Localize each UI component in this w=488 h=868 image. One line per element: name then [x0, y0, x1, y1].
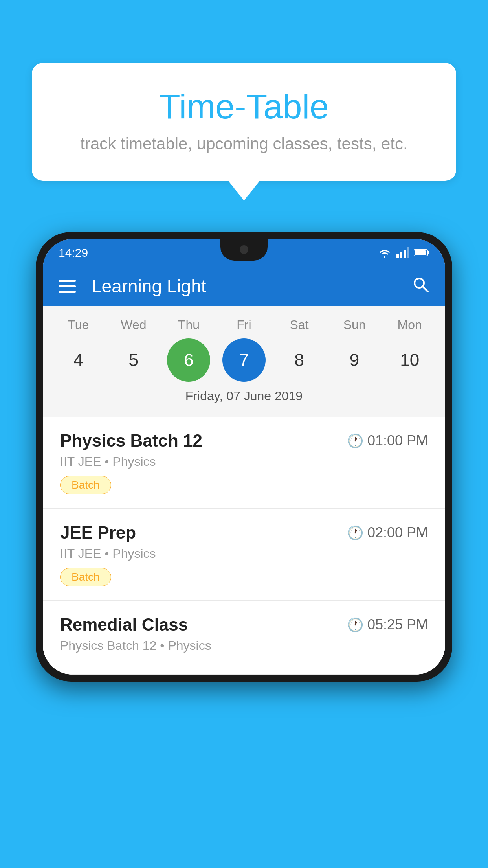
day-6-today[interactable]: 6: [167, 338, 210, 382]
wifi-icon: [378, 247, 392, 258]
class-row-top-3: Remedial Class 🕐 05:25 PM: [60, 615, 428, 634]
day-8[interactable]: 8: [278, 338, 321, 382]
class-row-top-2: JEE Prep 🕐 02:00 PM: [60, 523, 428, 542]
class-time-value-1: 01:00 PM: [367, 432, 428, 449]
class-item-physics-batch-12[interactable]: Physics Batch 12 🕐 01:00 PM IIT JEE • Ph…: [43, 417, 445, 509]
svg-rect-6: [415, 250, 426, 255]
class-time-1: 🕐 01:00 PM: [347, 432, 428, 449]
class-name-1: Physics Batch 12: [60, 431, 202, 451]
speech-bubble: Time-Table track timetable, upcoming cla…: [32, 63, 456, 181]
class-item-jee-prep[interactable]: JEE Prep 🕐 02:00 PM IIT JEE • Physics Ba…: [43, 509, 445, 601]
speech-bubble-title: Time-Table: [63, 86, 425, 127]
status-time: 14:29: [59, 246, 88, 259]
app-title: Learning Light: [92, 276, 411, 297]
class-meta-1: IIT JEE • Physics: [60, 454, 428, 469]
calendar-strip: Tue Wed Thu Fri Sat Sun Mon 4 5 6 7 8 9 …: [43, 306, 445, 417]
status-bar: 14:29: [43, 239, 445, 267]
svg-line-8: [423, 287, 428, 292]
svg-rect-2: [404, 250, 406, 258]
day-header-sun: Sun: [333, 318, 376, 332]
day-headers: Tue Wed Thu Fri Sat Sun Mon: [43, 318, 445, 332]
notch: [220, 239, 268, 261]
class-time-3: 🕐 05:25 PM: [347, 616, 428, 633]
class-name-3: Remedial Class: [60, 615, 188, 634]
day-4[interactable]: 4: [57, 338, 100, 382]
day-numbers: 4 5 6 7 8 9 10: [43, 338, 445, 382]
day-header-sat: Sat: [278, 318, 321, 332]
day-header-mon: Mon: [388, 318, 431, 332]
status-icons: [378, 247, 429, 258]
class-time-2: 🕐 02:00 PM: [347, 524, 428, 541]
day-9[interactable]: 9: [333, 338, 376, 382]
signal-icon: [396, 247, 409, 258]
class-name-2: JEE Prep: [60, 523, 136, 542]
clock-icon-1: 🕐: [347, 433, 363, 449]
svg-rect-0: [396, 254, 399, 258]
day-header-tue: Tue: [57, 318, 100, 332]
battery-icon: [414, 248, 429, 257]
menu-button[interactable]: [59, 280, 76, 293]
svg-rect-3: [407, 247, 409, 258]
class-meta-3: Physics Batch 12 • Physics: [60, 638, 428, 653]
class-item-remedial[interactable]: Remedial Class 🕐 05:25 PM Physics Batch …: [43, 601, 445, 675]
day-header-wed: Wed: [112, 318, 155, 332]
speech-bubble-container: Time-Table track timetable, upcoming cla…: [32, 63, 456, 200]
phone-frame: 14:29: [36, 232, 452, 682]
class-time-value-3: 05:25 PM: [367, 616, 428, 633]
day-10[interactable]: 10: [388, 338, 431, 382]
selected-date-label: Friday, 07 June 2019: [43, 382, 445, 413]
class-list: Physics Batch 12 🕐 01:00 PM IIT JEE • Ph…: [43, 417, 445, 675]
app-bar: Learning Light: [43, 267, 445, 306]
phone-screen: 14:29: [43, 239, 445, 675]
svg-rect-1: [400, 252, 402, 258]
svg-rect-5: [427, 251, 429, 254]
batch-badge-2: Batch: [60, 568, 111, 586]
clock-icon-2: 🕐: [347, 525, 363, 541]
class-time-value-2: 02:00 PM: [367, 524, 428, 541]
class-row-top-1: Physics Batch 12 🕐 01:00 PM: [60, 431, 428, 451]
day-header-fri: Fri: [222, 318, 266, 332]
batch-badge-1: Batch: [60, 476, 111, 494]
day-5[interactable]: 5: [112, 338, 155, 382]
front-camera: [240, 245, 248, 254]
search-button[interactable]: [411, 275, 429, 298]
speech-bubble-arrow: [228, 181, 260, 200]
day-header-thu: Thu: [167, 318, 210, 332]
phone-mockup: 14:29: [36, 232, 452, 682]
day-7-selected[interactable]: 7: [222, 338, 266, 382]
speech-bubble-subtitle: track timetable, upcoming classes, tests…: [63, 134, 425, 153]
clock-icon-3: 🕐: [347, 617, 363, 633]
class-meta-2: IIT JEE • Physics: [60, 546, 428, 561]
